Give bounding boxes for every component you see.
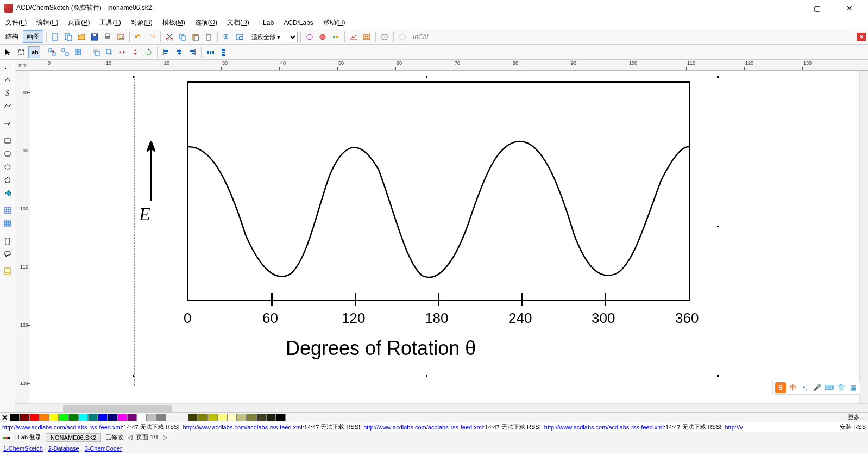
- bezier-tool-icon[interactable]: S: [2, 87, 14, 99]
- color-swatch[interactable]: [207, 414, 217, 421]
- inchi-button[interactable]: InChI: [410, 32, 432, 42]
- menu-template[interactable]: 模板(M): [159, 17, 188, 28]
- minimize-button[interactable]: —: [772, 1, 796, 16]
- color-swatch[interactable]: [117, 414, 127, 421]
- bring-front-icon[interactable]: [103, 46, 115, 58]
- export-image-icon[interactable]: [115, 31, 127, 43]
- color-swatch[interactable]: [127, 414, 137, 421]
- color-swatch[interactable]: [276, 414, 286, 421]
- color-swatch[interactable]: [198, 414, 207, 421]
- roundrect-tool-icon[interactable]: [2, 148, 14, 160]
- app-chemsketch[interactable]: 1-ChemSketch: [3, 445, 43, 452]
- color-swatch[interactable]: [137, 414, 147, 421]
- menu-object[interactable]: 对象(B): [128, 17, 156, 28]
- align-icon[interactable]: [72, 46, 84, 58]
- color-swatch[interactable]: [88, 414, 98, 421]
- scrollbar-thumb[interactable]: [63, 405, 172, 412]
- rss-link[interactable]: http://www.acdlabs.com/acdlabs-rss-feed.…: [363, 424, 483, 431]
- menu-help[interactable]: 帮助(H): [320, 17, 349, 28]
- graph-icon[interactable]: [348, 31, 360, 43]
- new-from-template-icon[interactable]: [62, 31, 74, 43]
- doc-tab[interactable]: NONAME06.SK2: [46, 433, 101, 442]
- callout-tool-icon[interactable]: [2, 248, 14, 260]
- menu-docs[interactable]: 文档(D): [224, 17, 253, 28]
- color-swatch[interactable]: [78, 414, 88, 421]
- zoom-in-icon[interactable]: [221, 31, 232, 43]
- shape-dots-icon[interactable]: [330, 31, 342, 43]
- fill-tool-icon[interactable]: [2, 187, 14, 199]
- menu-ilab[interactable]: I-Lab: [256, 18, 277, 28]
- tlc-plate-icon[interactable]: [2, 265, 14, 277]
- color-swatch[interactable]: [227, 414, 237, 421]
- ime-punct-icon[interactable]: •,: [800, 383, 810, 393]
- color-swatch[interactable]: [108, 414, 117, 421]
- color-swatch[interactable]: [156, 414, 166, 421]
- save-icon[interactable]: [89, 31, 100, 43]
- rect-tool-icon[interactable]: [2, 135, 14, 147]
- color-swatch[interactable]: [10, 414, 20, 421]
- align-right-icon[interactable]: [186, 46, 198, 58]
- rss-link[interactable]: http://www.acdlabs.com/acdlabs-rss-feed.…: [2, 424, 122, 431]
- clipboard-icon[interactable]: [203, 31, 215, 43]
- text-tool-icon[interactable]: ab: [28, 46, 40, 58]
- ime-lang[interactable]: 中: [788, 383, 798, 393]
- select-arrow-icon[interactable]: [2, 46, 14, 58]
- paste-icon[interactable]: [190, 31, 202, 43]
- app-database[interactable]: 2-Database: [48, 445, 79, 452]
- color-swatch[interactable]: [217, 414, 227, 421]
- color-swatch[interactable]: [266, 414, 276, 421]
- polygon-tool-icon[interactable]: [2, 174, 14, 186]
- chem-icon[interactable]: [397, 31, 408, 43]
- line-tool-icon[interactable]: [2, 61, 14, 73]
- undo-icon[interactable]: [133, 31, 144, 43]
- app-chemcoder[interactable]: 3-ChemCoder: [85, 445, 122, 452]
- sogou-ime-icon[interactable]: S: [775, 382, 786, 393]
- color-swatch[interactable]: [39, 414, 49, 421]
- maximize-button[interactable]: ▢: [805, 1, 829, 16]
- color-swatch[interactable]: [29, 414, 39, 421]
- ungroup-icon[interactable]: [59, 46, 71, 58]
- menu-tools[interactable]: 工具(T): [96, 17, 124, 28]
- color-swatch[interactable]: [49, 414, 59, 421]
- table-icon[interactable]: [361, 31, 373, 43]
- color-swatch[interactable]: [98, 414, 108, 421]
- ellipse-tool-icon[interactable]: [2, 161, 14, 173]
- mdi-close-icon[interactable]: ✕: [857, 33, 866, 41]
- color-swatch[interactable]: [147, 414, 156, 421]
- ime-toolbar[interactable]: S 中 •, 🎤 ⌨ 👕 ▦: [772, 381, 860, 395]
- menu-acdlabs[interactable]: ACD/Labs: [280, 18, 317, 28]
- mode-draw-button[interactable]: 画图: [23, 30, 43, 43]
- shape-circle-icon[interactable]: [304, 31, 316, 43]
- vertical-scrollbar[interactable]: [859, 71, 868, 403]
- arrow-tool-icon[interactable]: [2, 117, 14, 129]
- menu-options[interactable]: 选项(O): [192, 17, 221, 28]
- group-icon[interactable]: [46, 46, 58, 58]
- color-swatch[interactable]: [59, 414, 68, 421]
- menu-file[interactable]: 文件(F): [2, 17, 30, 28]
- mode-structure-button[interactable]: 结构: [2, 31, 22, 42]
- color-swatch[interactable]: [20, 414, 29, 421]
- more-colors-button[interactable]: 更多...: [848, 413, 865, 421]
- color-swatch[interactable]: [237, 414, 247, 421]
- zoom-full-icon[interactable]: [234, 31, 246, 43]
- menu-page[interactable]: 页面(P): [65, 17, 93, 28]
- distribute-h-icon[interactable]: [204, 46, 216, 58]
- rss-link[interactable]: http://www.acdlabs.com/acdlabs-rss-feed.…: [183, 424, 303, 431]
- new-doc-icon[interactable]: [49, 31, 61, 43]
- polyline-tool-icon[interactable]: [2, 100, 14, 112]
- curve-tool-icon[interactable]: [2, 74, 14, 86]
- open-icon[interactable]: [76, 31, 87, 43]
- rss-link[interactable]: http://www.acdlabs.com/acdlabs-rss-feed.…: [544, 424, 664, 431]
- bracket-tool-icon[interactable]: [ ]: [2, 235, 14, 247]
- shape-filled-circle-icon[interactable]: [317, 31, 329, 43]
- install-rss-button[interactable]: 安装 RSS: [838, 423, 866, 431]
- send-back-icon[interactable]: [90, 46, 102, 58]
- align-center-icon[interactable]: [173, 46, 185, 58]
- zoom-select[interactable]: 适应全部 ▾: [247, 32, 298, 42]
- ime-menu-icon[interactable]: ▦: [848, 383, 858, 393]
- ime-skin-icon[interactable]: 👕: [836, 383, 846, 393]
- ime-keyboard-icon[interactable]: ⌨: [824, 383, 834, 393]
- color-swatch[interactable]: [256, 414, 266, 421]
- ime-voice-icon[interactable]: 🎤: [812, 383, 822, 393]
- table-tool-icon[interactable]: [2, 217, 14, 229]
